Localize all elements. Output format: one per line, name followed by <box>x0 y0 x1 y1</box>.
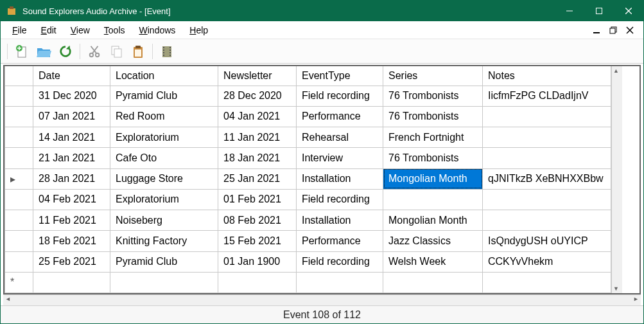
cell-date[interactable]: 04 Feb 2021 <box>33 189 110 210</box>
col-header-location[interactable]: Location <box>110 66 218 86</box>
mdi-restore-icon[interactable] <box>607 24 619 36</box>
cell-series[interactable]: 76 Trombonists <box>383 106 483 127</box>
cell-location[interactable]: Knitting Factory <box>110 231 218 251</box>
event-table[interactable]: Date Location Newsletter EventType Serie… <box>4 66 611 293</box>
menu-help[interactable]: Help <box>183 24 216 37</box>
new-document-icon[interactable] <box>13 42 31 60</box>
col-header-notes[interactable]: Notes <box>483 66 611 86</box>
cell-series[interactable] <box>383 189 483 210</box>
cell-date[interactable]: 31 Dec 2020 <box>33 86 110 106</box>
cell-location[interactable]: Exploratorium <box>110 127 218 148</box>
cell-notes[interactable] <box>483 189 611 210</box>
cell-location[interactable] <box>110 272 218 292</box>
menu-file[interactable]: File <box>6 24 35 37</box>
cell-series[interactable]: Mongolian Month <box>383 168 483 189</box>
cell-notes[interactable]: IicfmFzPG CLDadIjnV <box>483 86 611 106</box>
cell-eventtype[interactable]: Interview <box>297 148 383 168</box>
cell-location[interactable]: Luggage Store <box>110 168 218 189</box>
row-header[interactable] <box>5 127 33 148</box>
cell-series[interactable]: 76 Trombonists <box>383 86 483 106</box>
row-header-new[interactable]: * <box>5 272 33 292</box>
cell-notes[interactable] <box>483 272 611 292</box>
paste-icon[interactable] <box>129 42 147 60</box>
cell-newsletter[interactable] <box>218 272 297 292</box>
table-row[interactable]: ▸28 Jan 2021Luggage Store25 Jan 2021Inst… <box>5 168 611 189</box>
row-header[interactable] <box>5 86 33 106</box>
cell-eventtype[interactable] <box>297 272 383 292</box>
refresh-icon[interactable] <box>57 42 74 60</box>
film-icon[interactable] <box>158 42 176 60</box>
table-row[interactable]: 04 Feb 2021Exploratorium01 Feb 2021Field… <box>5 189 611 210</box>
cell-notes[interactable] <box>483 148 611 168</box>
cell-newsletter[interactable]: 08 Feb 2021 <box>218 210 297 231</box>
cell-eventtype[interactable]: Performance <box>297 231 383 251</box>
row-header-corner[interactable] <box>5 66 33 86</box>
cell-newsletter[interactable]: 15 Feb 2021 <box>218 231 297 251</box>
cell-notes[interactable]: qJNITkzB XeBNHXXBbw <box>483 168 611 189</box>
row-header[interactable] <box>5 106 33 127</box>
cell-date[interactable]: 11 Feb 2021 <box>33 210 110 231</box>
cell-location[interactable]: Exploratorium <box>110 189 218 210</box>
menu-edit[interactable]: Edit <box>35 24 64 37</box>
row-header[interactable] <box>5 189 33 210</box>
menu-windows[interactable]: Windows <box>133 24 184 37</box>
cell-eventtype[interactable]: Performance <box>297 106 383 127</box>
cell-newsletter[interactable]: 11 Jan 2021 <box>218 127 297 148</box>
cell-newsletter[interactable]: 18 Jan 2021 <box>218 148 297 168</box>
cell-eventtype[interactable]: Installation <box>297 168 383 189</box>
mdi-minimize-icon[interactable] <box>591 24 602 36</box>
cell-date[interactable]: 25 Feb 2021 <box>33 251 110 272</box>
cell-eventtype[interactable]: Rehearsal <box>297 127 383 148</box>
cell-newsletter[interactable]: 01 Feb 2021 <box>218 189 297 210</box>
cell-eventtype[interactable]: Installation <box>297 210 383 231</box>
minimize-button[interactable] <box>555 1 584 21</box>
cell-location[interactable]: Red Room <box>110 106 218 127</box>
cell-location[interactable]: Cafe Oto <box>110 148 218 168</box>
cell-date[interactable] <box>33 272 110 292</box>
menu-tools[interactable]: Tools <box>98 24 133 37</box>
cell-notes[interactable] <box>483 127 611 148</box>
col-header-eventtype[interactable]: EventType <box>297 66 383 86</box>
row-header[interactable]: ▸ <box>5 168 33 189</box>
cell-eventtype[interactable]: Field recording <box>297 251 383 272</box>
cell-series[interactable]: Mongolian Month <box>383 210 483 231</box>
cell-series[interactable]: French Fortnight <box>383 127 483 148</box>
close-button[interactable] <box>614 1 643 21</box>
cell-date[interactable]: 07 Jan 2021 <box>33 106 110 127</box>
row-header[interactable] <box>5 231 33 251</box>
table-row[interactable]: 21 Jan 2021Cafe Oto18 Jan 2021Interview7… <box>5 148 611 168</box>
table-row[interactable]: 14 Jan 2021Exploratorium11 Jan 2021Rehea… <box>5 127 611 148</box>
table-row[interactable]: 11 Feb 2021Noiseberg08 Feb 2021Installat… <box>5 210 611 231</box>
cell-notes[interactable]: CCKYvVhekm <box>483 251 611 272</box>
cell-date[interactable]: 28 Jan 2021 <box>33 168 110 189</box>
cell-location[interactable]: Noiseberg <box>110 210 218 231</box>
cell-newsletter[interactable]: 28 Dec 2020 <box>218 86 297 106</box>
col-header-date[interactable]: Date <box>33 66 110 86</box>
table-row[interactable]: 25 Feb 2021Pyramid Club01 Jan 1900Field … <box>5 251 611 272</box>
col-header-newsletter[interactable]: Newsletter <box>218 66 297 86</box>
new-row[interactable]: * <box>5 272 611 292</box>
menu-view[interactable]: View <box>64 24 98 37</box>
cell-location[interactable]: Pyramid Club <box>110 251 218 272</box>
open-folder-icon[interactable] <box>35 42 53 60</box>
table-row[interactable]: 31 Dec 2020Pyramid Club28 Dec 2020Field … <box>5 86 611 106</box>
col-header-series[interactable]: Series <box>383 66 483 86</box>
cell-newsletter[interactable]: 04 Jan 2021 <box>218 106 297 127</box>
table-row[interactable]: 07 Jan 2021Red Room04 Jan 2021Performanc… <box>5 106 611 127</box>
cell-eventtype[interactable]: Field recording <box>297 86 383 106</box>
mdi-close-icon[interactable] <box>624 24 636 36</box>
row-header[interactable] <box>5 148 33 168</box>
cell-location[interactable]: Pyramid Club <box>110 86 218 106</box>
cell-date[interactable]: 18 Feb 2021 <box>33 231 110 251</box>
cell-date[interactable]: 21 Jan 2021 <box>33 148 110 168</box>
cell-date[interactable]: 14 Jan 2021 <box>33 127 110 148</box>
row-header[interactable] <box>5 251 33 272</box>
cell-notes[interactable] <box>483 210 611 231</box>
cell-eventtype[interactable]: Field recording <box>297 189 383 210</box>
cell-notes[interactable]: IsQndygUSH oUYICP <box>483 231 611 251</box>
cell-newsletter[interactable]: 01 Jan 1900 <box>218 251 297 272</box>
cell-series[interactable]: 76 Trombonists <box>383 148 483 168</box>
table-row[interactable]: 18 Feb 2021Knitting Factory15 Feb 2021Pe… <box>5 231 611 251</box>
cell-newsletter[interactable]: 25 Jan 2021 <box>218 168 297 189</box>
cell-notes[interactable] <box>483 106 611 127</box>
